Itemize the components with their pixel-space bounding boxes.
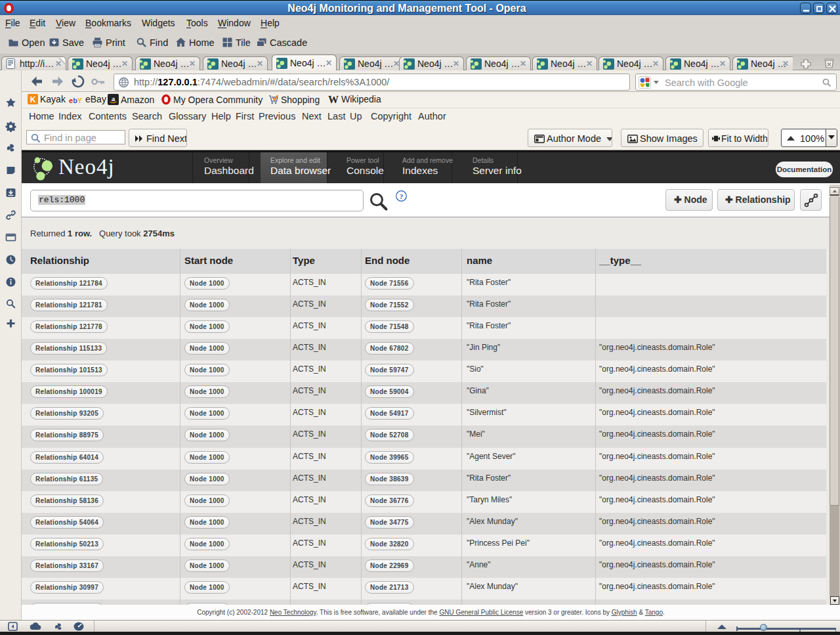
svg-text:W: W bbox=[328, 95, 339, 104]
svg-text:ebY: ebY bbox=[69, 97, 83, 104]
svg-text:?: ? bbox=[400, 192, 404, 200]
svg-text:a: a bbox=[112, 95, 116, 102]
svg-text:K: K bbox=[30, 95, 36, 104]
